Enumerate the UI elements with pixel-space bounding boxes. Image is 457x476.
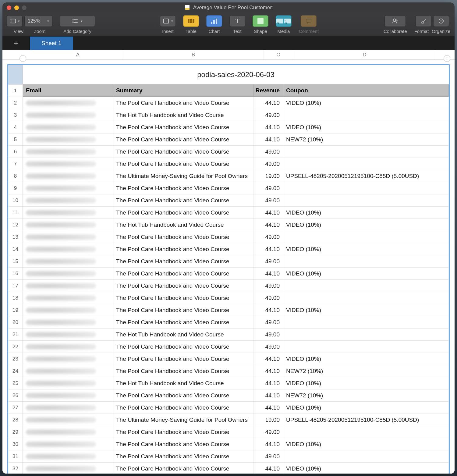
collaborate-button[interactable] bbox=[384, 15, 406, 27]
cell-coupon[interactable] bbox=[283, 450, 449, 462]
cell-revenue[interactable]: 49.00 bbox=[254, 341, 283, 353]
cell-coupon[interactable]: UPSELL-48205-20200512195100-C85D (5.00US… bbox=[283, 414, 449, 426]
cell-revenue[interactable]: 49.00 bbox=[254, 182, 283, 194]
cell-summary[interactable]: The Pool Care Handbook and Video Course bbox=[113, 146, 254, 158]
row-number[interactable]: 21 bbox=[8, 328, 23, 340]
row-number[interactable]: 28 bbox=[8, 414, 23, 426]
column-header-D[interactable]: D bbox=[293, 50, 436, 59]
cell-revenue[interactable]: 44.10 bbox=[254, 463, 283, 474]
cell-summary[interactable]: The Pool Care Handbook and Video Course bbox=[113, 121, 254, 133]
cell-coupon[interactable] bbox=[283, 292, 449, 304]
column-header-A[interactable]: A bbox=[33, 50, 123, 59]
header-summary[interactable]: Summary bbox=[113, 84, 254, 96]
cell-summary[interactable]: The Pool Care Handbook and Video Course bbox=[113, 231, 254, 243]
cell-email[interactable] bbox=[23, 341, 113, 353]
row-number[interactable]: 16 bbox=[8, 267, 23, 279]
cell-email[interactable] bbox=[23, 316, 113, 328]
cell-coupon[interactable]: VIDEO (10%) bbox=[283, 353, 449, 365]
header-coupon[interactable]: Coupon bbox=[283, 84, 449, 96]
cell-summary[interactable]: The Hot Tub Handbook and Video Course bbox=[113, 109, 254, 121]
row-number[interactable]: 14 bbox=[8, 243, 23, 255]
cell-summary[interactable]: The Pool Care Handbook and Video Course bbox=[113, 243, 254, 255]
spreadsheet-table[interactable]: 1234567891011121314151617181920212223242… bbox=[7, 64, 450, 474]
cell-revenue[interactable]: 44.10 bbox=[254, 121, 283, 133]
cell-coupon[interactable]: VIDEO (10%) bbox=[283, 207, 449, 218]
row-number[interactable]: 24 bbox=[8, 365, 23, 377]
cell-email[interactable] bbox=[23, 426, 113, 438]
cell-email[interactable] bbox=[23, 377, 113, 389]
header-revenue[interactable]: Revenue bbox=[254, 84, 283, 96]
minimize-icon[interactable] bbox=[14, 5, 19, 10]
chart-button[interactable] bbox=[206, 15, 222, 27]
cell-coupon[interactable] bbox=[283, 255, 449, 267]
cell-email[interactable] bbox=[23, 450, 113, 462]
cell-coupon[interactable]: NEW72 (10%) bbox=[283, 133, 449, 145]
cell-email[interactable] bbox=[23, 133, 113, 145]
cell-revenue[interactable]: 49.00 bbox=[254, 426, 283, 438]
cell-email[interactable] bbox=[23, 207, 113, 218]
cell-summary[interactable]: The Ultimate Money-Saving Guide for Pool… bbox=[113, 170, 254, 182]
cell-coupon[interactable] bbox=[283, 231, 449, 243]
cell-coupon[interactable]: VIDEO (10%) bbox=[283, 377, 449, 389]
cell-email[interactable] bbox=[23, 353, 113, 365]
sheet-tab-1[interactable]: Sheet 1 bbox=[30, 37, 73, 50]
cell-coupon[interactable] bbox=[283, 426, 449, 438]
cell-coupon[interactable]: NEW72 (10%) bbox=[283, 389, 449, 401]
row-number[interactable]: 8 bbox=[8, 170, 23, 182]
row-number[interactable]: 11 bbox=[8, 206, 23, 218]
cell-email[interactable] bbox=[23, 158, 113, 170]
cell-summary[interactable]: The Hot Tub Handbook and Video Course bbox=[113, 377, 254, 389]
cell-summary[interactable]: The Pool Care Handbook and Video Course bbox=[113, 353, 254, 365]
cell-summary[interactable]: The Pool Care Handbook and Video Course bbox=[113, 292, 254, 304]
cell-summary[interactable]: The Pool Care Handbook and Video Course bbox=[113, 304, 254, 316]
cell-revenue[interactable]: 44.10 bbox=[254, 207, 283, 218]
cell-email[interactable] bbox=[23, 121, 113, 133]
cell-coupon[interactable] bbox=[283, 109, 449, 121]
cell-revenue[interactable]: 44.10 bbox=[254, 304, 283, 316]
cell-revenue[interactable]: 44.10 bbox=[254, 377, 283, 389]
cell-revenue[interactable]: 49.00 bbox=[254, 194, 283, 206]
row-number[interactable]: 26 bbox=[8, 389, 23, 401]
cell-summary[interactable]: The Pool Care Handbook and Video Course bbox=[113, 402, 254, 414]
cell-coupon[interactable] bbox=[283, 146, 449, 158]
organize-button[interactable] bbox=[433, 15, 449, 27]
cell-revenue[interactable]: 49.00 bbox=[254, 146, 283, 158]
row-number[interactable]: 3 bbox=[8, 109, 23, 121]
media-button[interactable]: ▾ bbox=[276, 15, 292, 27]
row-number[interactable]: 20 bbox=[8, 316, 23, 328]
cell-revenue[interactable]: 44.10 bbox=[254, 133, 283, 145]
column-header-B[interactable]: B bbox=[123, 50, 264, 59]
cell-revenue[interactable]: 49.00 bbox=[254, 316, 283, 328]
close-icon[interactable] bbox=[7, 5, 11, 10]
cell-revenue[interactable]: 44.10 bbox=[254, 243, 283, 255]
row-number[interactable]: 9 bbox=[8, 182, 23, 194]
cell-revenue[interactable]: 49.00 bbox=[254, 329, 283, 340]
cell-email[interactable] bbox=[23, 243, 113, 255]
shape-button[interactable] bbox=[253, 15, 268, 27]
add-sheet-button[interactable]: + bbox=[2, 37, 30, 50]
row-number[interactable]: 32 bbox=[8, 462, 23, 474]
cell-summary[interactable]: The Pool Care Handbook and Video Course bbox=[113, 255, 254, 267]
grid-scroll[interactable]: 1234567891011121314151617181920212223242… bbox=[2, 60, 455, 474]
add-column-handle-icon[interactable] bbox=[444, 55, 450, 62]
insert-button[interactable]: ▾ bbox=[160, 15, 176, 27]
cell-email[interactable] bbox=[23, 402, 113, 414]
cell-coupon[interactable] bbox=[283, 329, 449, 340]
cell-summary[interactable]: The Pool Care Handbook and Video Course bbox=[113, 97, 254, 109]
cell-summary[interactable]: The Pool Care Handbook and Video Course bbox=[113, 341, 254, 353]
cell-revenue[interactable]: 19.00 bbox=[254, 414, 283, 426]
cell-summary[interactable]: The Pool Care Handbook and Video Course bbox=[113, 280, 254, 292]
cell-revenue[interactable]: 49.00 bbox=[254, 255, 283, 267]
cell-summary[interactable]: The Pool Care Handbook and Video Course bbox=[113, 182, 254, 194]
cell-email[interactable] bbox=[23, 304, 113, 316]
cell-summary[interactable]: The Pool Care Handbook and Video Course bbox=[113, 207, 254, 218]
table-button[interactable] bbox=[183, 15, 199, 27]
row-number[interactable]: 18 bbox=[8, 292, 23, 304]
cell-summary[interactable]: The Pool Care Handbook and Video Course bbox=[113, 389, 254, 401]
cell-summary[interactable]: The Pool Care Handbook and Video Course bbox=[113, 426, 254, 438]
cell-coupon[interactable]: VIDEO (10%) bbox=[283, 268, 449, 279]
cell-coupon[interactable]: VIDEO (10%) bbox=[283, 438, 449, 450]
cell-email[interactable] bbox=[23, 97, 113, 109]
row-number[interactable]: 13 bbox=[8, 231, 23, 243]
cell-summary[interactable]: The Pool Care Handbook and Video Course bbox=[113, 316, 254, 328]
